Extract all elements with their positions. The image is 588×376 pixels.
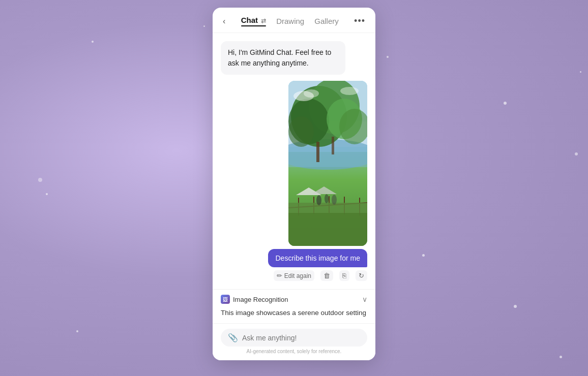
edit-icon: ✏ [277,272,282,279]
tab-drawing[interactable]: Drawing [272,16,308,26]
swap-icon: ⇄ [261,17,266,24]
svg-rect-17 [288,213,367,246]
chat-input[interactable] [242,334,360,342]
edit-again-label: Edit again [284,272,311,279]
delete-icon: 🗑 [324,272,330,279]
edit-again-button[interactable]: ✏ Edit again [274,270,314,281]
user-message: Describe this image for me [268,249,367,267]
svg-rect-9 [332,137,334,154]
bot-welcome-message: Hi, I'm GitMind Chat. Feel free to ask m… [221,41,345,75]
svg-marker-22 [311,186,337,194]
tab-gallery[interactable]: Gallery [310,16,343,26]
uploaded-image [288,81,367,246]
back-button[interactable]: ‹ [221,16,227,27]
svg-point-25 [340,87,359,95]
refresh-icon: ↻ [359,272,364,279]
message-actions: ✏ Edit again 🗑 ⎘ ↻ [274,270,367,281]
disclaimer-text: AI-generated content, solely for referen… [221,347,367,357]
recognition-title-text: Image Recognition [233,296,288,303]
svg-point-19 [325,194,329,203]
svg-rect-8 [316,142,319,162]
more-options-button[interactable]: ••• [352,15,367,27]
copy-button[interactable]: ⎘ [339,270,349,281]
delete-button[interactable]: 🗑 [320,270,333,281]
chat-modal: × › ‹ Chat ⇄ Drawing Gallery [213,8,375,360]
input-area: 📎 AI-generated content, solely for refer… [213,323,375,360]
refresh-button[interactable]: ↻ [356,270,367,281]
recognition-text: This image showcases a serene outdoor se… [221,308,367,318]
input-wrapper: 📎 [221,329,367,347]
chevron-down-icon: ∨ [362,295,367,303]
tab-chat[interactable]: Chat ⇄ [237,15,271,27]
more-icon: ••• [354,16,365,26]
chat-body: Hi, I'm GitMind Chat. Feel free to ask m… [213,33,375,289]
recognition-icon: 🖼 [221,295,230,304]
svg-point-26 [288,116,314,147]
image-container: Describe this image for me ✏ Edit again … [221,81,367,281]
recognition-header[interactable]: 🖼 Image Recognition ∨ [221,295,367,304]
tab-group: Chat ⇄ Drawing Gallery [231,15,348,27]
svg-point-18 [316,195,321,205]
svg-rect-3 [288,147,367,167]
recognition-section: 🖼 Image Recognition ∨ This image showcas… [213,289,375,323]
back-icon: ‹ [223,17,225,26]
copy-icon: ⎘ [342,272,346,279]
svg-point-24 [304,89,319,98]
recognition-title: 🖼 Image Recognition [221,295,288,304]
attach-icon[interactable]: 📎 [228,333,238,342]
svg-point-20 [332,195,337,205]
chat-header: ‹ Chat ⇄ Drawing Gallery ••• [213,8,375,33]
